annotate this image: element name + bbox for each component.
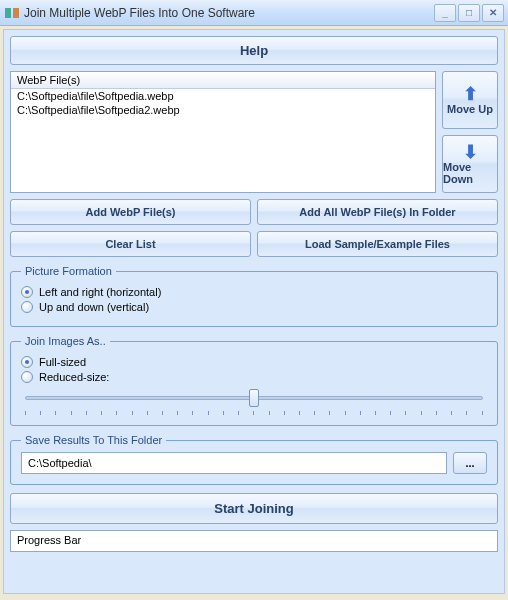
list-item[interactable]: C:\Softpedia\file\Softpedia.webp <box>11 89 435 103</box>
action-buttons: Add WebP File(s) Add All WebP File(s) In… <box>10 199 498 257</box>
file-list-header[interactable]: WebP File(s) <box>11 72 435 89</box>
radio-icon <box>21 301 33 313</box>
file-list[interactable]: WebP File(s) C:\Softpedia\file\Softpedia… <box>10 71 436 193</box>
radio-icon <box>21 371 33 383</box>
app-icon <box>4 5 20 21</box>
main-panel: Help WebP File(s) C:\Softpedia\file\Soft… <box>3 29 505 594</box>
window-controls: _ □ ✕ <box>434 4 504 22</box>
minimize-button[interactable]: _ <box>434 4 456 22</box>
titlebar: Join Multiple WebP Files Into One Softwa… <box>0 0 508 26</box>
maximize-button[interactable]: □ <box>458 4 480 22</box>
join-full-option[interactable]: Full-sized <box>21 356 487 368</box>
save-legend: Save Results To This Folder <box>21 434 166 446</box>
add-files-button[interactable]: Add WebP File(s) <box>10 199 251 225</box>
clear-list-button[interactable]: Clear List <box>10 231 251 257</box>
window-title: Join Multiple WebP Files Into One Softwa… <box>24 6 434 20</box>
join-images-as-group: Join Images As.. Full-sized Reduced-size… <box>10 335 498 426</box>
help-button[interactable]: Help <box>10 36 498 65</box>
list-item[interactable]: C:\Softpedia\file\Softpedia2.webp <box>11 103 435 117</box>
browse-button[interactable]: ... <box>453 452 487 474</box>
move-down-label: Move Down <box>443 161 497 185</box>
move-buttons: ⬆ Move Up ⬇ Move Down <box>442 71 498 193</box>
formation-horizontal-option[interactable]: Left and right (horizontal) <box>21 286 487 298</box>
reduce-size-slider[interactable] <box>25 389 483 409</box>
join-as-legend: Join Images As.. <box>21 335 110 347</box>
start-joining-button[interactable]: Start Joining <box>10 493 498 524</box>
arrow-up-icon: ⬆ <box>463 85 478 103</box>
formation-legend: Picture Formation <box>21 265 116 277</box>
svg-rect-0 <box>5 8 11 18</box>
progress-bar: Progress Bar <box>10 530 498 552</box>
radio-icon <box>21 356 33 368</box>
move-down-button[interactable]: ⬇ Move Down <box>442 135 498 193</box>
join-reduced-option[interactable]: Reduced-size: <box>21 371 487 383</box>
close-button[interactable]: ✕ <box>482 4 504 22</box>
save-path-input[interactable] <box>21 452 447 474</box>
load-sample-button[interactable]: Load Sample/Example Files <box>257 231 498 257</box>
arrow-down-icon: ⬇ <box>463 143 478 161</box>
move-up-label: Move Up <box>447 103 493 115</box>
file-section: WebP File(s) C:\Softpedia\file\Softpedia… <box>10 71 498 193</box>
join-reduced-label: Reduced-size: <box>39 371 109 383</box>
save-folder-group: Save Results To This Folder ... <box>10 434 498 485</box>
picture-formation-group: Picture Formation Left and right (horizo… <box>10 265 498 327</box>
formation-vertical-option[interactable]: Up and down (vertical) <box>21 301 487 313</box>
slider-ticks <box>25 411 483 415</box>
svg-rect-1 <box>13 8 19 18</box>
add-folder-button[interactable]: Add All WebP File(s) In Folder <box>257 199 498 225</box>
slider-thumb[interactable] <box>249 389 259 407</box>
formation-horizontal-label: Left and right (horizontal) <box>39 286 161 298</box>
join-full-label: Full-sized <box>39 356 86 368</box>
radio-icon <box>21 286 33 298</box>
move-up-button[interactable]: ⬆ Move Up <box>442 71 498 129</box>
formation-vertical-label: Up and down (vertical) <box>39 301 149 313</box>
